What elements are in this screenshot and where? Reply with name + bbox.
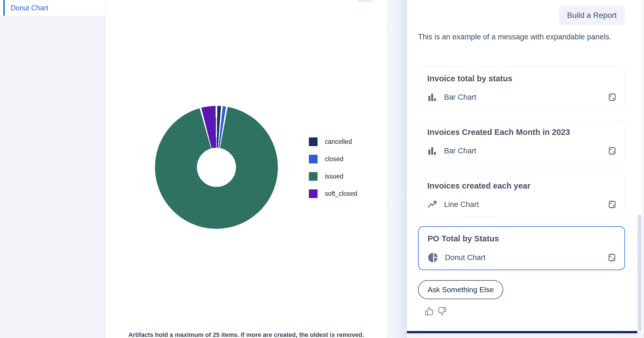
legend-label-cancelled: cancelled — [325, 138, 352, 146]
legend-label-soft-closed: soft_closed — [325, 190, 357, 197]
sidebar-item-label: Donut Chart — [11, 4, 48, 12]
bar-chart-icon — [427, 92, 437, 102]
artifacts-sidebar: Donut Chart — [0, 0, 105, 338]
legend-swatch-closed — [309, 155, 318, 163]
panel-scrollbar-track — [643, 0, 644, 338]
sidebar-item-donut-chart[interactable]: Donut Chart — [0, 0, 105, 16]
legend-swatch-soft-closed — [309, 189, 318, 198]
thumbs-up-icon[interactable] — [425, 307, 434, 316]
artifacts-limit-caption: Artifacts hold a maximum of 25 items. If… — [105, 331, 387, 338]
card-title: Invoices created each year — [427, 181, 616, 191]
legend-item: soft_closed — [309, 189, 357, 198]
card-invoices-created-each-month[interactable]: Invoices Created Each Month in 2023 Bar … — [418, 120, 625, 163]
legend-item: cancelled — [309, 137, 357, 146]
panel-gap-strip — [387, 0, 407, 338]
panel-scrollbar-thumb[interactable] — [638, 215, 642, 331]
assistant-panel: Build a Report This is an example of a m… — [407, 0, 644, 338]
card-title: PO Total by Status — [428, 234, 616, 243]
cutoff-toolbar-chip[interactable] — [357, 0, 373, 2]
bar-chart-icon — [427, 146, 437, 156]
legend-swatch-issued — [309, 172, 318, 181]
active-indicator — [3, 0, 5, 16]
card-po-total-by-status[interactable]: PO Total by Status Donut Chart — [418, 226, 625, 270]
donut-chart[interactable] — [155, 106, 278, 229]
card-chart-type: Bar Chart — [444, 147, 476, 155]
legend-label-closed: closed — [325, 155, 343, 163]
card-chart-type: Donut Chart — [445, 253, 486, 262]
expand-icon[interactable] — [608, 147, 616, 155]
input-area-edge — [407, 333, 644, 338]
thumbs-down-icon[interactable] — [438, 307, 447, 316]
chart-artifact-area: cancelled closed issued soft_closed Arti… — [105, 0, 387, 338]
card-invoice-total-by-status[interactable]: Invoice total by status Bar Chart — [418, 66, 625, 109]
feedback-row — [425, 307, 447, 316]
card-chart-type: Bar Chart — [444, 93, 476, 102]
legend-label-issued: issued — [325, 173, 343, 180]
card-chart-type: Line Chart — [444, 200, 479, 209]
legend-item: issued — [309, 172, 357, 181]
legend-item: closed — [309, 155, 357, 163]
app-window: Donut Chart cancelled closed issued soft… — [0, 0, 644, 338]
card-invoices-created-each-year[interactable]: Invoices created each year Line Chart — [418, 174, 625, 216]
expand-icon[interactable] — [608, 253, 616, 262]
assistant-message: This is an example of a message with exp… — [418, 31, 614, 43]
donut-chart-icon — [428, 252, 438, 263]
build-a-report-button[interactable]: Build a Report — [559, 6, 625, 25]
card-title: Invoices Created Each Month in 2023 — [427, 128, 616, 137]
expand-icon[interactable] — [608, 93, 616, 101]
ask-something-else-button[interactable]: Ask Something Else — [418, 280, 503, 299]
line-chart-icon — [427, 199, 437, 210]
expand-icon[interactable] — [608, 200, 616, 209]
legend-swatch-cancelled — [309, 137, 318, 146]
input-area-divider — [407, 331, 637, 333]
card-title: Invoice total by status — [427, 74, 616, 83]
chart-legend: cancelled closed issued soft_closed — [309, 137, 357, 207]
